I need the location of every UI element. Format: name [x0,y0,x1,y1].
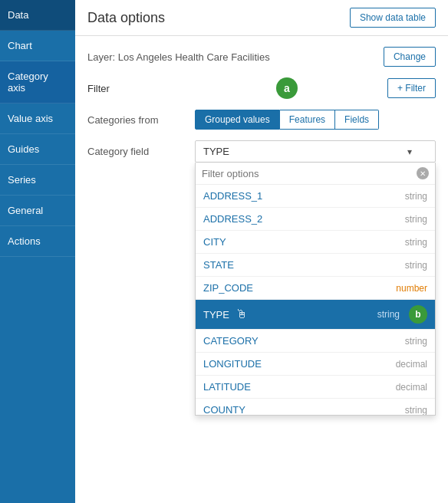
chevron-down-icon: ▾ [407,146,412,157]
header: Data options Show data table [75,0,448,36]
dropdown-item-zip[interactable]: ZIP_CODE number [196,277,435,300]
category-field-display[interactable]: TYPE ▾ [195,140,436,163]
badge-b: b [409,305,427,324]
categories-from-label: Categories from [87,114,195,126]
sidebar-item-actions[interactable]: Actions [0,226,75,257]
dropdown-panel: ✕ ADDRESS_1 string ADDRESS_2 string CITY [195,163,436,416]
cursor-icon: 🖱 [236,307,248,321]
layer-label: Layer: Los Angeles Health Care Facilitie… [87,51,270,63]
dropdown-item-type[interactable]: TYPE 🖱 string b [196,300,435,330]
category-field-label: Category field [87,140,195,157]
tab-fields[interactable]: Fields [335,110,379,130]
dropdown-item-latitude[interactable]: LATITUDE decimal [196,376,435,399]
change-layer-button[interactable]: Change [384,47,436,67]
category-field-select[interactable]: TYPE ▾ ✕ ADDRESS_1 string [195,140,436,163]
sidebar-item-general[interactable]: General [0,196,75,226]
categories-tab-group: Grouped values Features Fields [195,110,379,130]
sidebar-item-series[interactable]: Series [0,165,75,196]
dropdown-list: ADDRESS_1 string ADDRESS_2 string CITY s… [196,185,435,415]
content-area: Layer: Los Angeles Health Care Facilitie… [75,36,448,503]
clear-filter-icon[interactable]: ✕ [417,167,429,179]
sidebar-item-data[interactable]: Data [0,0,75,31]
dropdown-filter-row: ✕ [196,163,435,185]
sidebar-item-value-axis[interactable]: Value axis [0,104,75,134]
dropdown-item-city[interactable]: CITY string [196,231,435,254]
badge-a: a [276,77,298,99]
show-data-table-button[interactable]: Show data table [350,8,436,28]
dropdown-item-address1[interactable]: ADDRESS_1 string [196,185,435,208]
tab-grouped-values[interactable]: Grouped values [195,110,280,130]
dropdown-item-category[interactable]: CATEGORY string [196,330,435,353]
filter-row: Filter a + Filter [87,77,436,99]
layer-row: Layer: Los Angeles Health Care Facilitie… [87,47,436,67]
main-content: Data options Show data table Layer: Los … [75,0,448,503]
filter-options-input[interactable] [202,168,412,179]
dropdown-item-county[interactable]: COUNTY string [196,399,435,415]
sidebar-item-category-axis[interactable]: Category axis [0,61,75,104]
dropdown-item-address2[interactable]: ADDRESS_2 string [196,208,435,231]
sidebar: Data Chart Category axis Value axis Guid… [0,0,75,503]
category-field-row: Category field TYPE ▾ ✕ ADDRESS_1 str [87,140,436,163]
tab-features[interactable]: Features [280,110,335,130]
filter-label: Filter [87,83,110,94]
sidebar-item-chart[interactable]: Chart [0,31,75,61]
page-title: Data options [87,10,165,26]
categories-from-row: Categories from Grouped values Features … [87,110,436,130]
dropdown-item-state[interactable]: STATE string [196,254,435,277]
dropdown-item-longitude[interactable]: LONGITUDE decimal [196,353,435,376]
sidebar-item-guides[interactable]: Guides [0,134,75,165]
add-filter-button[interactable]: + Filter [387,78,436,98]
